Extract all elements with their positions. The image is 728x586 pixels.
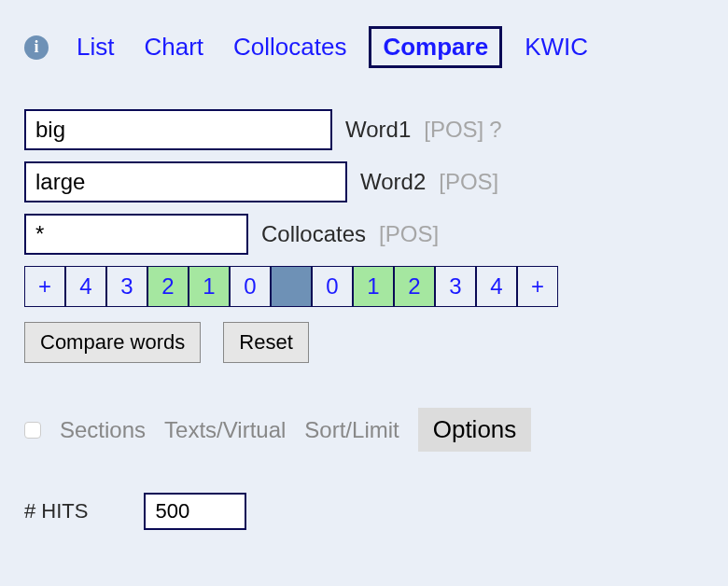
span-left-1[interactable]: 1 bbox=[189, 266, 230, 307]
word2-label: Word2 bbox=[360, 169, 426, 195]
sort-limit-link[interactable]: Sort/Limit bbox=[304, 417, 399, 443]
collocates-label: Collocates bbox=[261, 221, 366, 247]
span-left-3[interactable]: 3 bbox=[106, 266, 147, 307]
span-right-+[interactable]: + bbox=[517, 266, 558, 307]
help-icon[interactable]: ? bbox=[489, 117, 501, 143]
options-button[interactable]: Options bbox=[418, 408, 532, 452]
tab-kwic[interactable]: KWIC bbox=[517, 29, 595, 65]
collocates-input[interactable] bbox=[24, 214, 248, 255]
texts-virtual-link[interactable]: Texts/Virtual bbox=[164, 417, 286, 443]
word1-label: Word1 bbox=[345, 117, 411, 143]
reset-button[interactable]: Reset bbox=[223, 322, 308, 363]
tab-collocates[interactable]: Collocates bbox=[226, 29, 354, 65]
span-right-2[interactable]: 2 bbox=[394, 266, 435, 307]
word1-pos[interactable]: [POS] bbox=[424, 117, 483, 143]
collocates-pos[interactable]: [POS] bbox=[379, 221, 439, 247]
compare-button[interactable]: Compare words bbox=[24, 322, 201, 363]
word2-input[interactable] bbox=[24, 161, 347, 202]
info-icon[interactable]: i bbox=[24, 35, 49, 60]
hits-row: # HITS bbox=[24, 493, 704, 530]
options-row: Sections Texts/Virtual Sort/Limit Option… bbox=[24, 408, 704, 452]
action-buttons: Compare words Reset bbox=[24, 322, 704, 363]
sections-checkbox[interactable] bbox=[24, 422, 41, 439]
span-left-+[interactable]: + bbox=[24, 266, 65, 307]
sections-link[interactable]: Sections bbox=[60, 417, 146, 443]
span-node bbox=[271, 266, 312, 307]
tab-bar: i List Chart Collocates Compare KWIC bbox=[24, 26, 704, 68]
hits-input[interactable] bbox=[144, 493, 246, 530]
collocates-row: Collocates [POS] bbox=[24, 214, 704, 255]
word2-row: Word2 [POS] bbox=[24, 161, 704, 202]
tab-chart[interactable]: Chart bbox=[136, 29, 211, 65]
word1-input[interactable] bbox=[24, 109, 332, 150]
span-right-4[interactable]: 4 bbox=[476, 266, 517, 307]
span-right-3[interactable]: 3 bbox=[435, 266, 476, 307]
span-right-1[interactable]: 1 bbox=[353, 266, 394, 307]
tab-compare[interactable]: Compare bbox=[369, 26, 502, 68]
span-left-0[interactable]: 0 bbox=[230, 266, 271, 307]
span-selector: +4321001234+ bbox=[24, 266, 704, 307]
hits-label: # HITS bbox=[24, 499, 88, 523]
span-right-0[interactable]: 0 bbox=[312, 266, 353, 307]
tab-list[interactable]: List bbox=[69, 29, 121, 65]
word2-pos[interactable]: [POS] bbox=[439, 169, 498, 195]
word1-row: Word1 [POS] ? bbox=[24, 109, 704, 150]
span-left-4[interactable]: 4 bbox=[65, 266, 106, 307]
span-left-2[interactable]: 2 bbox=[147, 266, 189, 307]
